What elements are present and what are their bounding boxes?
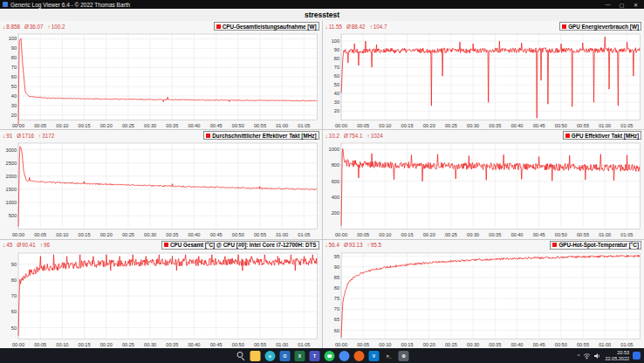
svg-text:00:50: 00:50 xyxy=(232,123,244,128)
svg-text:00:20: 00:20 xyxy=(422,232,435,237)
stat-max-value: 100.2 xyxy=(51,24,65,30)
chart-header: ↓45 Ø90.41 ↑96 CPU Gesamt [°C] @ CPU [#0… xyxy=(0,240,322,250)
chart-stats: ↓8.858 Ø36.07 ↑100.2 xyxy=(3,24,65,30)
plot-background xyxy=(341,253,640,339)
svg-text:70: 70 xyxy=(333,306,339,312)
svg-text:80: 80 xyxy=(11,55,17,60)
stat-avg-value: 754.1 xyxy=(349,133,363,139)
chart-legend: GPU Effektiver Takt [MHz] xyxy=(563,131,641,140)
svg-text:80: 80 xyxy=(11,277,17,283)
svg-text:90: 90 xyxy=(333,47,339,52)
svg-text:75: 75 xyxy=(333,296,339,301)
stat-avg-value: 36.07 xyxy=(30,24,44,30)
svg-text:00:20: 00:20 xyxy=(422,341,435,346)
outlook-icon[interactable]: O xyxy=(280,351,291,361)
svg-text:50: 50 xyxy=(11,325,17,330)
close-button[interactable]: ✕ xyxy=(630,2,641,8)
svg-text:00:15: 00:15 xyxy=(79,232,91,237)
svg-text:00:30: 00:30 xyxy=(144,341,156,346)
svg-text:00:05: 00:05 xyxy=(357,123,369,128)
stat-avg: Ø88.42 xyxy=(346,24,366,30)
chart-panel: ↓10.2 Ø754.1 ↑1024 GPU Effektiver Takt [… xyxy=(323,130,644,238)
chart-header: ↓10.2 Ø754.1 ↑1024 GPU Effektiver Takt [… xyxy=(323,130,644,140)
teams-icon[interactable]: T xyxy=(310,351,320,361)
max-arrow-icon: ↑ xyxy=(367,133,370,139)
search-icon[interactable] xyxy=(236,351,246,361)
taskbar-app-icons: eOXT☎V>_⚙ xyxy=(236,348,409,363)
stat-min-value: 56.4 xyxy=(329,242,339,248)
min-arrow-icon: ↓ xyxy=(325,133,328,139)
svg-text:1000: 1000 xyxy=(6,200,17,205)
svg-text:40: 40 xyxy=(333,91,339,96)
legend-label: GPU Effektiver Takt [MHz] xyxy=(572,133,639,139)
svg-text:60: 60 xyxy=(333,327,339,332)
svg-text:00:25: 00:25 xyxy=(444,232,456,237)
stat-min: ↓11.55 xyxy=(325,24,342,30)
stat-max: ↑3172 xyxy=(38,133,54,139)
svg-text:90: 90 xyxy=(333,264,339,269)
minimize-button[interactable]: — xyxy=(602,2,613,7)
legend-label: GPU-Hot-Spot-Temperatur [°C] xyxy=(558,242,639,248)
svg-text:01:05: 01:05 xyxy=(298,232,310,237)
chart-legend: Durchschnittlicher Effektiver Takt [MHz] xyxy=(203,131,319,140)
svg-text:01:00: 01:00 xyxy=(599,232,611,237)
stat-min-value: 45 xyxy=(6,242,12,248)
stat-max-value: 104.7 xyxy=(373,24,387,30)
svg-text:00:35: 00:35 xyxy=(166,232,178,237)
svg-text:100: 100 xyxy=(9,36,17,41)
svg-text:01:05: 01:05 xyxy=(620,123,633,128)
legend-label: Durchschnittlicher Effektiver Takt [MHz] xyxy=(212,133,316,139)
svg-text:00:10: 00:10 xyxy=(56,123,68,128)
svg-text:00:45: 00:45 xyxy=(210,341,223,346)
svg-text:65: 65 xyxy=(333,317,339,322)
firefox-icon[interactable] xyxy=(354,351,365,361)
svg-text:00:45: 00:45 xyxy=(210,232,223,237)
avg-symbol-icon: Ø xyxy=(17,242,21,248)
chrome-icon[interactable] xyxy=(339,351,350,361)
min-arrow-icon: ↓ xyxy=(3,133,5,139)
svg-text:20: 20 xyxy=(11,113,17,118)
vscode-icon[interactable]: V xyxy=(369,351,380,361)
file-explorer-icon[interactable] xyxy=(250,351,261,361)
chart-legend: GPU-Hot-Spot-Temperatur [°C] xyxy=(550,241,641,250)
svg-text:00:10: 00:10 xyxy=(379,232,391,237)
max-arrow-icon: ↑ xyxy=(38,133,41,139)
svg-text:00:40: 00:40 xyxy=(188,123,200,128)
settings-icon[interactable]: ⚙ xyxy=(399,351,409,361)
svg-text:00:10: 00:10 xyxy=(56,232,68,237)
edge-icon[interactable]: e xyxy=(265,351,276,361)
avg-symbol-icon: Ø xyxy=(24,24,29,30)
svg-text:00:10: 00:10 xyxy=(379,341,391,346)
speaker-icon[interactable] xyxy=(594,353,601,360)
system-tray: ^ 20:53 22.05.2022 xyxy=(578,348,641,363)
chart-stats: ↓11.55 Ø88.42 ↑104.7 xyxy=(325,24,387,30)
svg-text:400: 400 xyxy=(331,195,339,200)
svg-text:00:00: 00:00 xyxy=(335,232,347,237)
stat-max-value: 96 xyxy=(44,242,50,248)
svg-text:01:00: 01:00 xyxy=(276,341,288,346)
chart-panel: ↓45 Ø90.41 ↑96 CPU Gesamt [°C] @ CPU [#0… xyxy=(0,240,322,348)
tray-chevron-up-icon[interactable]: ^ xyxy=(578,353,580,359)
svg-text:500: 500 xyxy=(9,214,17,219)
legend-label: CPU-Gesamtleistungsaufnahme [W] xyxy=(223,24,317,30)
svg-text:1000: 1000 xyxy=(328,147,339,153)
maximize-button[interactable]: ▢ xyxy=(616,2,627,8)
svg-text:00:50: 00:50 xyxy=(554,341,566,346)
svg-text:00:40: 00:40 xyxy=(510,232,523,237)
terminal-icon[interactable]: >_ xyxy=(384,351,394,361)
whatsapp-icon[interactable]: ☎ xyxy=(325,351,335,361)
chart-legend: CPU-Gesamtleistungsaufnahme [W] xyxy=(214,22,319,31)
legend-label: CPU Gesamt [°C] @ CPU [#0]: Intel Core i… xyxy=(170,242,317,248)
notification-icon[interactable] xyxy=(633,352,641,360)
legend-swatch-icon xyxy=(552,243,557,247)
taskbar-clock[interactable]: 20:53 22.05.2022 xyxy=(605,350,629,361)
stat-max: ↑96 xyxy=(40,242,50,248)
svg-text:00:55: 00:55 xyxy=(577,123,589,128)
wifi-icon[interactable] xyxy=(583,353,591,360)
svg-text:00:05: 00:05 xyxy=(357,341,369,346)
excel-icon[interactable]: X xyxy=(295,351,305,361)
svg-text:00:20: 00:20 xyxy=(100,232,113,237)
chart-panel: ↓11.55 Ø88.42 ↑104.7 GPU Energieverbrauc… xyxy=(323,21,644,129)
svg-text:00:40: 00:40 xyxy=(510,341,523,346)
min-arrow-icon: ↓ xyxy=(325,24,328,30)
